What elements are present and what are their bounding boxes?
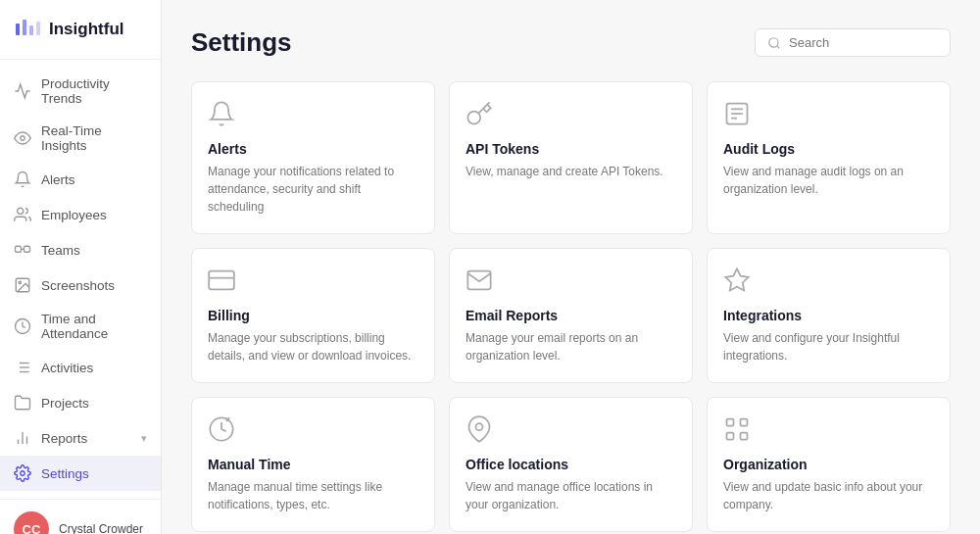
sidebar-label-productivity-trends: Productivity Trends (41, 76, 147, 106)
card-organization-desc: View and update basic info about your co… (723, 478, 934, 513)
folder-icon (14, 394, 31, 412)
card-integrations-title: Integrations (723, 308, 934, 323)
settings-grid: Alerts Manage your notifications related… (191, 81, 951, 534)
sidebar-item-alerts[interactable]: Alerts (0, 162, 161, 197)
sidebar-label-employees: Employees (41, 208, 107, 222)
card-manual-time-desc: Manage manual time settings like notific… (208, 478, 418, 513)
card-integrations[interactable]: Integrations View and configure your Ins… (707, 248, 951, 383)
sidebar-item-teams[interactable]: Teams (0, 232, 161, 267)
svg-point-23 (467, 112, 480, 124)
activities-icon (14, 359, 31, 376)
card-alerts[interactable]: Alerts Manage your notifications related… (191, 81, 435, 234)
svg-rect-3 (36, 22, 40, 35)
eye-icon (14, 129, 31, 147)
bell-nav-icon (14, 170, 31, 188)
team-icon (14, 241, 31, 259)
card-integrations-desc: View and configure your Insightful integ… (723, 329, 934, 364)
sidebar-label-screenshots: Screenshots (41, 278, 115, 293)
card-organization-icon-wrap (723, 415, 755, 447)
sidebar-label-projects: Projects (41, 396, 89, 411)
sidebar-item-settings[interactable]: Settings (0, 456, 161, 491)
card-email-reports-desc: Manage your email reports on an organiza… (466, 329, 676, 364)
sidebar: Insightful Productivity Trends Real-Time… (0, 0, 162, 534)
settings-icon (14, 464, 31, 482)
user-name: Crystal Crowder (59, 522, 143, 534)
card-office-locations-icon-wrap (466, 415, 497, 447)
card-office-locations[interactable]: Office locations View and manage office … (449, 397, 693, 532)
sidebar-item-employees[interactable]: Employees (0, 197, 161, 232)
card-audit-logs-icon-wrap (723, 100, 755, 131)
card-alerts-desc: Manage your notifications related to att… (208, 163, 418, 216)
card-billing-icon-wrap (208, 267, 239, 298)
svg-point-33 (476, 423, 483, 430)
bell-card-icon (208, 100, 235, 127)
logo-icon (14, 16, 41, 43)
card-office-locations-title: Office locations (466, 457, 676, 472)
search-bar[interactable] (755, 28, 951, 57)
svg-rect-1 (23, 20, 26, 35)
sidebar-label-time-attendance: Time and Attendance (41, 312, 147, 341)
sidebar-label-alerts: Alerts (41, 172, 75, 187)
sidebar-item-productivity-trends[interactable]: Productivity Trends (0, 68, 161, 115)
svg-rect-0 (16, 24, 20, 35)
card-billing-desc: Manage your subscriptions, billing detai… (208, 329, 418, 364)
svg-rect-34 (727, 419, 734, 426)
sidebar-item-activities[interactable]: Activities (0, 350, 161, 385)
sidebar-item-screenshots[interactable]: Screenshots (0, 267, 161, 303)
user-profile[interactable]: CC Crystal Crowder (0, 499, 161, 534)
sidebar-item-real-time-insights[interactable]: Real-Time Insights (0, 115, 161, 162)
card-email-reports-title: Email Reports (466, 308, 676, 323)
sidebar-label-activities: Activities (41, 361, 93, 375)
card-manual-time[interactable]: Manual Time Manage manual time settings … (191, 397, 435, 532)
svg-point-5 (18, 208, 24, 214)
users-icon (14, 206, 31, 223)
audit-icon (723, 100, 751, 127)
card-audit-logs-title: Audit Logs (723, 141, 934, 157)
card-billing[interactable]: Billing Manage your subscriptions, billi… (191, 248, 435, 383)
card-api-tokens-icon-wrap (466, 100, 497, 131)
svg-rect-35 (741, 419, 748, 426)
sidebar-item-time-attendance[interactable]: Time and Attendance (0, 303, 161, 350)
card-email-reports[interactable]: Email Reports Manage your email reports … (449, 248, 693, 383)
main-header: Settings (191, 27, 951, 58)
sidebar-item-reports[interactable]: Reports ▾ (0, 420, 161, 456)
card-manual-time-title: Manual Time (208, 457, 418, 472)
sidebar-item-projects[interactable]: Projects (0, 385, 161, 420)
main-content: Settings Alerts Manage your notification… (162, 0, 980, 534)
search-input[interactable] (789, 35, 938, 50)
image-icon (14, 276, 31, 294)
credit-card-icon (208, 267, 235, 294)
svg-rect-36 (727, 433, 734, 440)
card-alerts-icon-wrap (208, 100, 239, 131)
location-icon (466, 415, 493, 443)
card-billing-title: Billing (208, 308, 418, 323)
logo[interactable]: Insightful (0, 0, 161, 60)
svg-rect-2 (29, 25, 33, 35)
integrations-icon (723, 267, 751, 294)
card-audit-logs[interactable]: Audit Logs View and manage audit logs on… (707, 81, 951, 234)
card-api-tokens-title: API Tokens (466, 141, 676, 157)
card-email-reports-icon-wrap (466, 267, 497, 298)
svg-rect-37 (741, 433, 748, 440)
card-organization[interactable]: Organization View and update basic info … (707, 397, 951, 532)
search-icon (767, 36, 781, 50)
clock-icon (14, 317, 31, 335)
svg-point-21 (769, 37, 778, 46)
card-alerts-title: Alerts (208, 141, 418, 157)
avatar: CC (14, 511, 49, 534)
sidebar-label-real-time-insights: Real-Time Insights (41, 123, 147, 153)
card-integrations-icon-wrap (723, 267, 755, 298)
svg-point-20 (21, 471, 25, 476)
card-audit-logs-desc: View and manage audit logs on an organiz… (723, 163, 934, 198)
app-name: Insightful (49, 20, 123, 39)
card-api-tokens-desc: View, manage and create API Tokens. (466, 163, 676, 180)
key-icon (466, 100, 493, 127)
svg-rect-7 (24, 246, 30, 252)
page-title: Settings (191, 27, 292, 58)
sidebar-nav: Productivity Trends Real-Time Insights A… (0, 60, 161, 499)
clock-edit-icon (208, 415, 235, 443)
card-api-tokens[interactable]: API Tokens View, manage and create API T… (449, 81, 693, 234)
sidebar-label-teams: Teams (41, 243, 80, 258)
card-manual-time-icon-wrap (208, 415, 239, 447)
sidebar-label-settings: Settings (41, 466, 89, 481)
